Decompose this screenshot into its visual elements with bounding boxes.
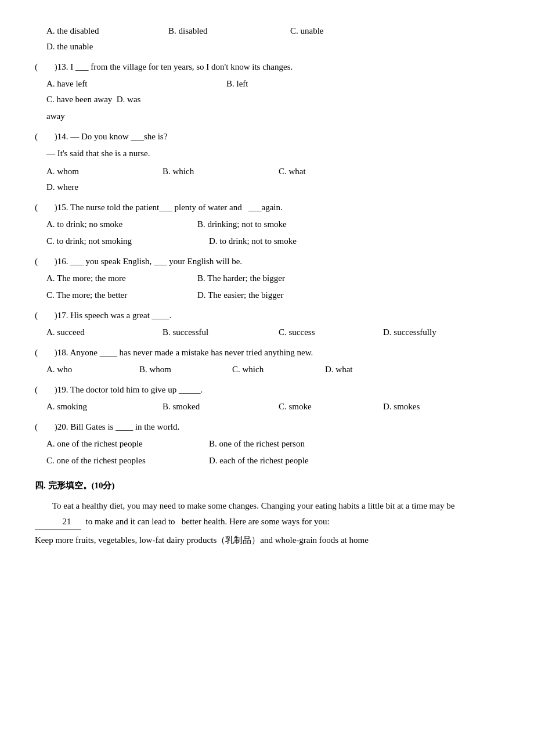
q17-paren: (: [35, 308, 52, 323]
option-13b: B. left: [226, 76, 400, 92]
option-17c: C. success: [279, 325, 383, 340]
q19-text: )19. The doctor told him to give up ____…: [52, 382, 203, 398]
exam-content: A. the disabled B. disabled C. unable D.…: [35, 23, 499, 548]
option-15b: B. drinking; not to smoke: [197, 217, 371, 232]
q14-paren: (: [35, 129, 52, 145]
option-20a: A. one of the richest people: [46, 436, 209, 452]
q20-paren: (: [35, 419, 52, 435]
option-19c: C. smoke: [279, 399, 383, 415]
option-16c: C. The more; the better: [46, 287, 197, 303]
option-16a: A. The more; the more: [46, 271, 197, 286]
option-16b: B. The harder; the bigger: [197, 271, 360, 286]
option-12a: A. the disabled: [46, 23, 163, 39]
q15-paren: (: [35, 200, 52, 215]
option-15a: A. to drink; no smoke: [46, 217, 197, 232]
option-17a: A. succeed: [46, 325, 163, 340]
option-16d: D. The easier; the bigger: [197, 287, 360, 303]
option-12d: D. the unable: [46, 39, 163, 55]
q17-text: )17. His speech was a great ____.: [52, 308, 171, 323]
q13-number: )13. I ___ from the village for ten year…: [52, 59, 293, 75]
question-16: ( )16. ___ you speak English, ___ your E…: [35, 254, 499, 303]
option-14b: B. which: [163, 164, 279, 179]
question-14: ( )14. — Do you know ___she is? — It's s…: [35, 129, 499, 195]
option-15d: D. to drink; not to smoke: [209, 233, 371, 249]
option-20c: C. one of the richest peoples: [46, 453, 209, 469]
question-15: ( )15. The nurse told the patient___ ple…: [35, 200, 499, 249]
section4-title: 四. 完形填空。(10分): [35, 478, 499, 494]
option-12b: B. disabled: [168, 23, 284, 39]
question-17: ( )17. His speech was a great ____. A. s…: [35, 308, 499, 340]
option-20b: B. one of the richest person: [209, 436, 371, 452]
option-17b: B. successful: [163, 325, 279, 340]
blank-21: 21: [35, 514, 81, 530]
q16-paren: (: [35, 254, 52, 269]
q13-paren: (: [35, 59, 52, 75]
option-14c: C. what: [279, 164, 395, 179]
section4-p2: Keep more fruits, vegetables, low-fat da…: [35, 532, 499, 548]
q15-text: )15. The nurse told the patient___ plent…: [52, 200, 283, 215]
option-17d: D. successfully: [383, 325, 488, 340]
q14-text: )14. — Do you know ___she is?: [52, 129, 167, 145]
option-12c: C. unable: [290, 23, 395, 39]
q16-text: )16. ___ you speak English, ___ your Eng…: [52, 254, 242, 269]
question-13: ( )13. I ___ from the village for ten ye…: [35, 59, 499, 124]
q18-paren: (: [35, 345, 52, 361]
option-18d: D. what: [325, 362, 418, 377]
question-20: ( )20. Bill Gates is ____ in the world. …: [35, 419, 499, 469]
option-20d: D. each of the richest people: [209, 453, 371, 469]
q20-text: )20. Bill Gates is ____ in the world.: [52, 419, 179, 435]
section4-p1: To eat a healthy diet, you may need to m…: [35, 498, 499, 530]
section4-paragraph: To eat a healthy diet, you may need to m…: [35, 498, 499, 548]
question-18: ( )18. Anyone ____ has never made a mist…: [35, 345, 499, 377]
option-18b: B. whom: [139, 362, 232, 377]
question-12-options: A. the disabled B. disabled C. unable D.…: [35, 23, 499, 55]
option-19a: A. smoking: [46, 399, 163, 415]
option-18a: A. who: [46, 362, 139, 377]
option-13a: A. have left: [46, 76, 221, 92]
q18-text: )18. Anyone ____ has never made a mistak…: [52, 345, 313, 361]
option-18c: C. which: [232, 362, 325, 377]
option-14d: D. where: [46, 179, 163, 195]
q14-subtext: — It's said that she is a nurse.: [46, 146, 499, 161]
q13-option-d-cont: away: [46, 109, 499, 124]
option-15c: C. to drink; not smoking: [46, 233, 209, 249]
option-13c: C. have been away D. was: [46, 92, 221, 107]
q19-paren: (: [35, 382, 52, 398]
option-19b: B. smoked: [163, 399, 279, 415]
option-19d: D. smokes: [383, 399, 488, 415]
option-14a: A. whom: [46, 164, 163, 179]
question-19: ( )19. The doctor told him to give up __…: [35, 382, 499, 415]
